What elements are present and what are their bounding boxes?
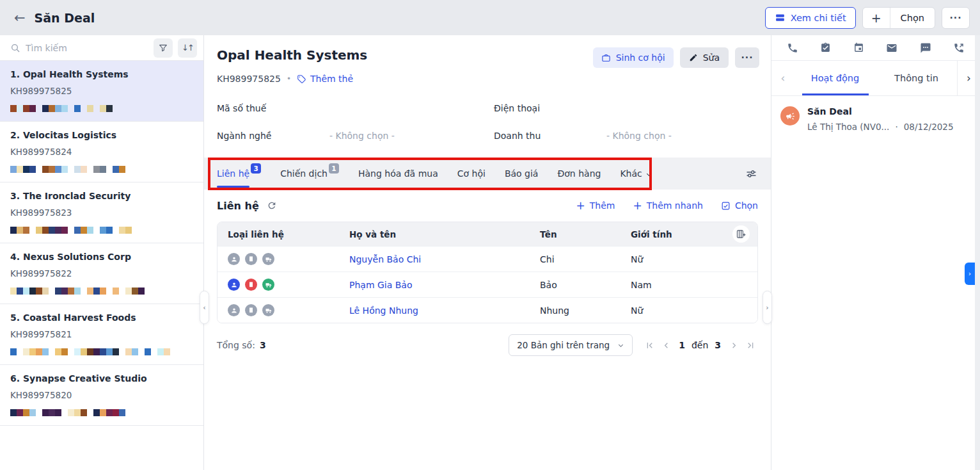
tab-label: Khác [620, 159, 642, 188]
page-size-select[interactable]: 20 Bản ghi trên trang [509, 334, 633, 356]
edit-label: Sửa [703, 53, 720, 63]
contact-name-link[interactable]: Lê Hồng Nhung [349, 305, 418, 316]
prev-page-icon[interactable] [658, 337, 674, 353]
next-page-icon[interactable] [726, 337, 741, 353]
tab-label: Hàng hóa đã mua [358, 159, 438, 188]
select-contacts-button[interactable]: Chọn [721, 200, 758, 211]
checkbox-icon [721, 201, 731, 211]
tab-label: Đơn hàng [557, 159, 601, 188]
contact-short-name: Bảo [540, 280, 631, 290]
add-tag-link[interactable]: Thêm thẻ [297, 74, 353, 84]
contact-gender: Nữ [631, 305, 722, 316]
contact-type-receipt-icon [245, 279, 257, 291]
customer-name: 5. Coastal Harvest Foods [10, 312, 193, 323]
rightpanel-collapse-handle[interactable]: › [763, 291, 772, 324]
customer-list-item[interactable]: 3. The Ironclad Security KH989975823 [0, 182, 203, 243]
field-label: Doanh thu [494, 131, 606, 141]
back-icon[interactable]: ← [14, 10, 26, 26]
customer-more-button[interactable]: ··· [735, 47, 759, 68]
customer-name: 6. Synapse Creative Studio [10, 373, 193, 384]
chevron-down-icon [617, 342, 624, 349]
field-value[interactable]: - Không chọn - [606, 131, 672, 141]
contacts-section: Liên hệ + Thêm + Thêm nhanh Chọn [204, 190, 771, 356]
phone-outgoing-icon[interactable] [953, 42, 965, 54]
tab-co-hoi[interactable]: Cơ hội [457, 159, 486, 188]
quick-add-contact-button[interactable]: + Thêm nhanh [633, 199, 702, 212]
task-icon[interactable] [820, 42, 831, 53]
column-header: Tên [540, 229, 631, 239]
activity-item[interactable]: Săn Deal Lê Thị Thoa (NV0... · 08/12/202… [771, 96, 980, 142]
customer-list-item[interactable]: 6. Synapse Creative Studio KH989975820 [0, 365, 203, 426]
contact-type-icons [228, 253, 349, 265]
customer-list-item[interactable]: 2. Velocitas Logistics KH989975824 [0, 122, 203, 182]
tab-don-hang[interactable]: Đơn hàng [557, 159, 601, 188]
plus-icon: + [576, 199, 585, 212]
field-value[interactable]: - Không chọn - [329, 131, 395, 141]
customer-list-item[interactable]: 1. Opal Health Systems KH989975825 [0, 61, 203, 122]
add-contact-button[interactable]: + Thêm [576, 199, 615, 212]
tab-chien-dich[interactable]: Chiến dịch1 [280, 159, 339, 188]
customer-list-item[interactable]: 5. Coastal Harvest Foods KH989975821 [0, 304, 203, 365]
contact-type-person-icon [228, 279, 240, 291]
sidebar-collapse-handle[interactable]: ‹ [200, 291, 209, 324]
column-header: Họ và tên [349, 229, 540, 239]
tag-chips [10, 409, 193, 416]
contact-name-link[interactable]: Phạm Gia Bảo [349, 280, 413, 290]
plus-icon: + [633, 199, 642, 212]
sort-button[interactable]: ↓↑ [178, 38, 197, 58]
refresh-icon[interactable] [267, 200, 277, 211]
detail-tabbar: Liên hệ3Chiến dịch1Hàng hóa đã muaCơ hội… [204, 158, 771, 190]
activity-tab[interactable]: Thông tin [876, 61, 957, 95]
contact-name-link[interactable]: Nguyễn Bảo Chi [349, 254, 421, 264]
tag-chips [10, 288, 193, 295]
filter-button[interactable] [154, 38, 173, 58]
pagination-row: Tổng số: 3 20 Bản ghi trên trang 1 [217, 334, 758, 356]
activity-title: Săn Deal [807, 106, 954, 117]
contact-type-receipt-icon [245, 304, 257, 316]
panel-expand-handle[interactable]: › [965, 263, 975, 285]
tab-label: Chiến dịch [280, 159, 328, 188]
add-tag-label: Thêm thẻ [310, 74, 353, 84]
tabs-scroll-left-icon[interactable]: ‹ [771, 61, 794, 95]
search-row: ↓↑ [0, 35, 203, 61]
tab-hang-hoa-da-mua[interactable]: Hàng hóa đã mua [358, 159, 438, 188]
tag-chips [10, 105, 193, 112]
select-button[interactable]: Chọn [890, 8, 935, 28]
tab-khac[interactable]: Khác [620, 159, 652, 188]
more-button[interactable]: ··· [942, 7, 970, 29]
mail-icon[interactable] [886, 42, 897, 54]
column-header: Loại liên hệ [228, 229, 349, 239]
quick-action-icons [771, 35, 980, 61]
activity-owner: Lê Thị Thoa (NV0... [807, 122, 889, 132]
tab-badge: 3 [251, 163, 261, 174]
view-detail-button[interactable]: Xem chi tiết [765, 7, 856, 29]
edit-button[interactable]: Sửa [680, 47, 729, 68]
search-input[interactable] [26, 43, 148, 53]
chat-icon[interactable] [920, 42, 931, 54]
calendar-icon[interactable] [853, 42, 864, 53]
last-page-icon[interactable] [743, 337, 758, 353]
scrollbar-track[interactable] [975, 35, 980, 470]
phone-icon[interactable] [787, 42, 798, 54]
activity-tab[interactable]: Hoạt động [794, 61, 876, 95]
generate-opportunity-button[interactable]: Sinh cơ hội [593, 47, 674, 68]
tab-lien-he[interactable]: Liên hệ3 [217, 159, 261, 188]
add-column-icon[interactable] [732, 225, 750, 243]
first-page-icon[interactable] [642, 337, 657, 353]
dot-separator: • [287, 74, 291, 83]
contact-type-icons [228, 279, 349, 291]
tag-chips [10, 227, 193, 234]
page-navigation: 1 đến 3 [642, 337, 758, 353]
quick-add-contact-label: Thêm nhanh [647, 200, 703, 211]
field-label: Điện thoại [494, 103, 606, 113]
customer-list-item[interactable]: 4. Nexus Solutions Corp KH989975822 [0, 243, 203, 304]
table-header-row: Loại liên hệHọ và tênTênGiới tính [217, 222, 757, 246]
total-value: 3 [260, 340, 266, 350]
tab-bao-gia[interactable]: Báo giá [505, 159, 539, 188]
contact-gender: Nữ [631, 254, 722, 264]
tab-badge: 1 [329, 163, 339, 174]
add-button[interactable]: + [863, 8, 890, 28]
campaign-icon [780, 106, 800, 126]
table-settings-icon[interactable] [745, 167, 758, 181]
customer-code: KH989975820 [10, 390, 193, 400]
